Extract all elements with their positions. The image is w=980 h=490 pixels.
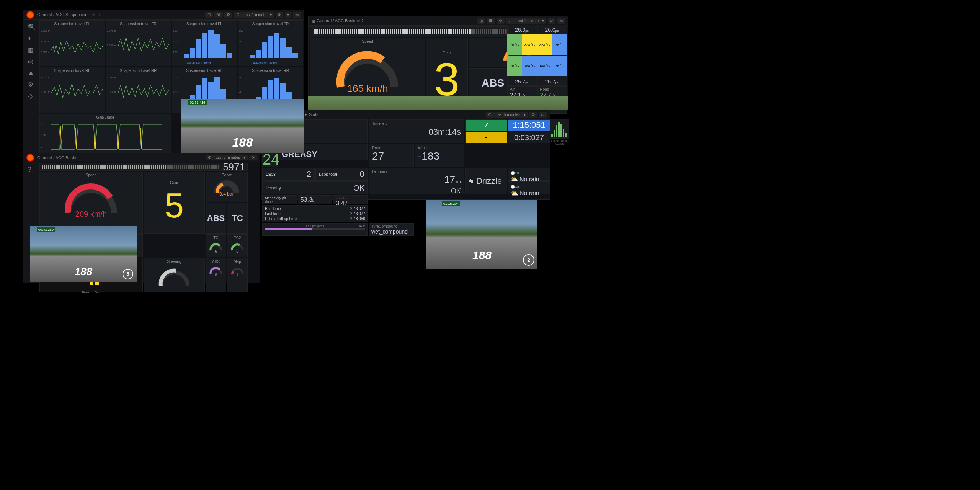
svg-rect-12	[208, 30, 214, 58]
lapstotal-stat: Laps total0	[315, 168, 368, 181]
current-lap: 1:15:051	[508, 119, 550, 131]
svg-rect-24	[286, 47, 292, 58]
psi-rr: 25.7psi	[537, 77, 567, 86]
panel-susp-rl-line[interactable]: Suspension travel RL 3.070 m3.060 m	[39, 67, 105, 113]
panel-susp-fr-line[interactable]: Suspension travel FR 3.070 m3.060 m	[106, 20, 171, 66]
settings-icon[interactable]: ⚙	[224, 12, 232, 18]
settings-icon[interactable]: ⚙	[497, 18, 505, 24]
tv-icon[interactable]: ▭	[557, 18, 565, 24]
road-temp: Road27.7 °C	[537, 86, 567, 97]
svg-rect-13	[214, 34, 220, 58]
time-range[interactable]: ⏱ Last 5 minutes ▾	[206, 155, 248, 160]
tv-icon[interactable]: ▭	[539, 112, 547, 118]
breadcrumb[interactable]: General / ACC Basic	[37, 155, 206, 160]
refresh-icon[interactable]: ▾	[285, 12, 291, 18]
abs-indicator: ABS	[206, 203, 226, 234]
tyre-temp-inner-r: 323 °C	[537, 34, 552, 55]
plus-icon[interactable]: +	[28, 35, 34, 41]
breadcrumb[interactable]: ▦ General / ACC Basic ☆ ⤴	[312, 18, 477, 23]
tc2-gauge: TC25	[227, 234, 248, 257]
air-temp: Air27.1 °C	[507, 86, 537, 97]
panel-susp-fr-bar[interactable]: Suspension travel FR 600400 — Suspension…	[238, 20, 303, 66]
game-screenshot-2	[308, 96, 568, 110]
svg-text:600: 600	[173, 29, 178, 32]
breadcrumb[interactable]: General / ACC Suspension ☆ ⤴	[37, 12, 205, 17]
svg-rect-59	[556, 125, 557, 137]
drizzle-stat: 🌧Drizzle	[465, 168, 507, 194]
zoom-out-icon[interactable]: ⟳	[276, 12, 283, 18]
tc1-gauge: TC6	[206, 234, 226, 257]
svg-text:3.030 m: 3.030 m	[107, 76, 116, 79]
psi-rl: 25.7psi	[507, 77, 537, 86]
clock-icon: 🕐	[511, 171, 515, 175]
svg-rect-11	[202, 33, 207, 58]
shield-icon[interactable]: ◇	[28, 92, 34, 98]
svg-rect-10	[196, 39, 201, 58]
svg-text:3.070 m: 3.070 m	[107, 29, 116, 32]
refresh-icon[interactable]: ⟳	[249, 155, 257, 160]
delta-time: 0:03:027	[508, 132, 550, 143]
tyre-temp-rear-l: 188 °C	[522, 56, 537, 76]
topbar: General / ACC Suspension ☆ ⤴ ⊞ 🖫 ⚙ ⏱ Las…	[23, 10, 304, 20]
save-icon[interactable]: 🖫	[214, 12, 223, 18]
game-screenshot-4: 01:15.204 188 2	[426, 200, 537, 269]
help-icon[interactable]: ?	[28, 166, 34, 172]
panel-gas-brake[interactable]: Gas/Brake 10.6000	[39, 114, 171, 154]
panel-susp-rr-line[interactable]: Suspension travel RR 3.030 m3.010 m	[106, 67, 171, 113]
svg-text:3.085 m: 3.085 m	[41, 40, 50, 43]
time-range[interactable]: ⏱ Last 5 minutes ▾	[486, 112, 528, 118]
tv-icon[interactable]: ▭	[293, 12, 301, 18]
rain30-stat: 🕐30'⛅No rain	[508, 181, 550, 194]
svg-rect-20	[262, 42, 267, 58]
panel-add-icon[interactable]: ⊞	[205, 12, 213, 18]
grafana-logo[interactable]	[26, 154, 34, 162]
panel-susp-fl-line[interactable]: Suspension travel FL 3.090 m3.085 m3.080…	[39, 20, 105, 66]
dashboard-race: ▦ General / ACC Race Stats ⏱ Last 5 minu…	[261, 110, 550, 200]
panel-susp-fl-bar[interactable]: Suspension travel FL 600400200 — Suspens…	[172, 20, 237, 66]
time-range[interactable]: ⏱ Last 1 minute ▾	[506, 18, 546, 24]
distance-stat: Distance17kmOK	[369, 168, 464, 194]
svg-rect-63	[565, 133, 567, 137]
svg-rect-15	[227, 53, 232, 58]
abs2-gauge: ABS6	[206, 258, 226, 292]
svg-text:3.060 m: 3.060 m	[107, 44, 116, 47]
search-icon[interactable]: 🔍	[28, 23, 34, 29]
tyre-temp-outer-r: 76 °C	[552, 34, 567, 55]
road-stat: Road27	[369, 144, 414, 167]
zoom-icon[interactable]: ⟳	[548, 18, 555, 24]
gear-display: Gear 5	[144, 172, 205, 234]
time-range[interactable]: ⏱ Last 1 minute ▾	[234, 12, 274, 18]
svg-text:3.060 m: 3.060 m	[41, 91, 50, 93]
svg-text:200: 200	[239, 91, 243, 93]
svg-rect-21	[268, 36, 273, 58]
svg-rect-22	[274, 33, 279, 58]
save-icon[interactable]: 🖫	[487, 18, 495, 24]
alert-icon[interactable]: ▲	[28, 69, 34, 75]
rpm-bar: 5971	[39, 163, 248, 171]
svg-text:300: 300	[239, 76, 243, 79]
dashboards-icon[interactable]: ▦	[28, 46, 34, 52]
svg-text:400: 400	[173, 40, 178, 43]
svg-text:3.070 m: 3.070 m	[41, 76, 50, 79]
svg-text:600: 600	[239, 29, 243, 32]
flag-green: ✓	[465, 119, 507, 131]
svg-rect-57	[551, 134, 553, 137]
gear-icon[interactable]: ⚙	[28, 81, 34, 87]
map-gauge: Map1	[227, 258, 248, 292]
add-panel-icon[interactable]: ⊞	[477, 18, 485, 24]
grafana-logo[interactable]	[26, 11, 34, 19]
svg-text:0: 0	[41, 147, 42, 150]
svg-text:400: 400	[173, 76, 178, 79]
svg-rect-18	[250, 55, 255, 58]
explore-icon[interactable]: ◎	[28, 58, 34, 64]
refresh-icon[interactable]: ⟳	[529, 112, 537, 118]
svg-rect-19	[256, 50, 261, 58]
svg-rect-8	[184, 54, 189, 58]
game-screenshot-1: 02:31.416 188	[181, 99, 304, 153]
tyre-compound: TyreCompoundwet_compound	[369, 223, 414, 236]
tyre-temp-outer-rr: 76 °C	[552, 56, 567, 76]
svg-rect-61	[560, 124, 562, 137]
sidenav: 🔍 + ▦ ◎ ▲ ⚙ ◇	[23, 20, 39, 153]
psi-fr: 26.0psi	[537, 25, 567, 34]
boost-gauge: Boost 0.4 bar	[206, 172, 248, 202]
